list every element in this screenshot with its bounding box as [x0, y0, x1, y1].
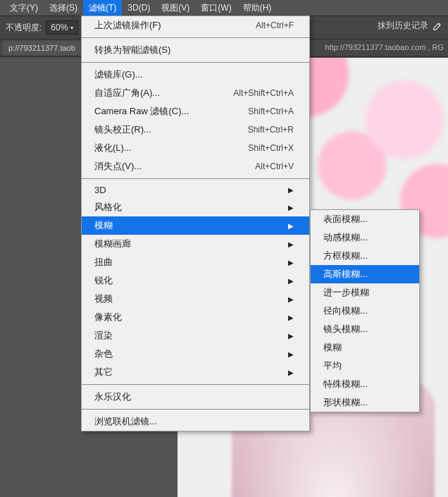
- blur-submenu-item-10[interactable]: 形状模糊...: [311, 393, 419, 412]
- filter-menu-item-11[interactable]: 3D▶: [82, 182, 309, 198]
- menu-item-label: 镜头模糊...: [323, 323, 368, 336]
- separator: [82, 37, 309, 38]
- filter-menu-item-2[interactable]: 转换为智能滤镜(S): [82, 41, 309, 59]
- submenu-arrow-icon: ▶: [288, 295, 294, 303]
- separator: [82, 178, 309, 179]
- shortcut: Shift+Ctrl+R: [248, 125, 294, 135]
- separator: [82, 384, 309, 385]
- menubar-item-0[interactable]: 文字(Y): [4, 0, 44, 16]
- opacity-input[interactable]: 60% ▾: [46, 20, 78, 35]
- filter-menu-item-12[interactable]: 风格化▶: [82, 198, 309, 216]
- menubar-item-2[interactable]: 滤镜(T): [83, 0, 122, 16]
- doc-tab-left[interactable]: p://793211377.taob: [3, 41, 81, 55]
- shortcut: Shift+Ctrl+A: [248, 106, 294, 116]
- submenu-arrow-icon: ▶: [288, 204, 294, 211]
- filter-menu-item-17[interactable]: 视频▶: [82, 290, 309, 308]
- blur-submenu[interactable]: 表面模糊...动感模糊...方框模糊...高斯模糊...进一步模糊径向模糊...…: [310, 209, 420, 412]
- menu-item-label: 液化(L)...: [94, 142, 132, 154]
- shortcut: Alt+Ctrl+F: [256, 20, 294, 30]
- menu-item-label: 3D: [94, 185, 106, 195]
- filter-menu-item-16[interactable]: 锐化▶: [82, 271, 309, 290]
- menu-item-label: 动感模糊...: [323, 231, 368, 244]
- filter-menu-item-0[interactable]: 上次滤镜操作(F)Alt+Ctrl+F: [82, 16, 309, 35]
- separator: [82, 409, 309, 410]
- menu-item-label: 渲染: [94, 329, 113, 342]
- filter-menu-item-4[interactable]: 滤镜库(G)...: [82, 66, 309, 84]
- shortcut: Shift+Ctrl+X: [248, 143, 294, 153]
- menu-item-label: 形状模糊...: [323, 396, 368, 409]
- submenu-arrow-icon: ▶: [288, 332, 294, 340]
- filter-menu-item-14[interactable]: 模糊画廊▶: [82, 235, 309, 253]
- filter-menu-item-7[interactable]: 镜头校正(R)...Shift+Ctrl+R: [82, 121, 309, 139]
- chevron-down-icon[interactable]: ▾: [70, 25, 73, 31]
- menubar-item-3[interactable]: 3D(D): [122, 1, 156, 15]
- menu-item-label: 模糊画廊: [94, 238, 131, 250]
- menubar-item-5[interactable]: 窗口(W): [195, 0, 237, 16]
- submenu-arrow-icon: ▶: [288, 222, 294, 230]
- submenu-arrow-icon: ▶: [288, 350, 294, 358]
- menu-item-label: 转换为智能滤镜(S): [94, 44, 170, 56]
- filter-menu-item-9[interactable]: 消失点(V)...Alt+Ctrl+V: [82, 157, 309, 176]
- menu-item-label: 方框模糊...: [323, 250, 368, 262]
- opacity-label: 不透明度:: [6, 22, 42, 34]
- menu-item-label: 像素化: [94, 311, 122, 324]
- menu-item-label: 永乐汉化: [94, 391, 131, 403]
- menubar: 文字(Y)选择(S)滤镜(T)3D(D)视图(V)窗口(W)帮助(H): [0, 0, 448, 16]
- filter-menu-item-19[interactable]: 渲染▶: [82, 326, 309, 345]
- filter-menu-item-21[interactable]: 其它▶: [82, 363, 309, 381]
- menu-item-label: 风格化: [94, 201, 122, 214]
- shortcut: Alt+Shift+Ctrl+A: [233, 88, 294, 98]
- filter-menu-item-15[interactable]: 扭曲▶: [82, 253, 309, 271]
- menu-item-label: 滤镜库(G)...: [94, 68, 143, 81]
- blur-submenu-item-6[interactable]: 镜头模糊...: [311, 320, 419, 338]
- menu-item-label: 模糊: [94, 219, 113, 232]
- opacity-value-text: 60%: [51, 23, 68, 32]
- filter-menu-item-5[interactable]: 自适应广角(A)...Alt+Shift+Ctrl+A: [82, 84, 309, 102]
- menu-item-label: 浏览联机滤镜...: [94, 415, 157, 428]
- menu-item-label: 锐化: [94, 274, 113, 287]
- menubar-item-6[interactable]: 帮助(H): [237, 0, 278, 16]
- menubar-item-1[interactable]: 选择(S): [44, 0, 83, 16]
- blur-submenu-item-8[interactable]: 平均: [311, 357, 419, 375]
- submenu-arrow-icon: ▶: [288, 277, 294, 285]
- blur-submenu-item-3[interactable]: 高斯模糊...: [311, 265, 419, 283]
- blur-submenu-item-1[interactable]: 动感模糊...: [311, 228, 419, 247]
- menu-item-label: 扭曲: [94, 256, 113, 269]
- blur-submenu-item-9[interactable]: 特殊模糊...: [311, 375, 419, 393]
- edit-icon: [433, 21, 442, 31]
- menu-item-label: 特殊模糊...: [323, 378, 368, 391]
- filter-menu-item-13[interactable]: 模糊▶: [82, 216, 309, 235]
- filter-menu-item-20[interactable]: 杂色▶: [82, 345, 309, 363]
- menu-item-label: 其它: [94, 366, 113, 379]
- menu-item-label: 径向模糊...: [323, 305, 368, 317]
- menu-item-label: 上次滤镜操作(F): [94, 19, 161, 32]
- separator: [82, 62, 309, 63]
- filter-menu-item-6[interactable]: Camera Raw 滤镜(C)...Shift+Ctrl+A: [82, 102, 309, 121]
- blur-submenu-item-5[interactable]: 径向模糊...: [311, 302, 419, 320]
- doc-tab-right[interactable]: http://793211377.taobao.com , RG: [321, 39, 448, 55]
- filter-menu-item-8[interactable]: 液化(L)...Shift+Ctrl+X: [82, 139, 309, 157]
- filter-menu-item-25[interactable]: 浏览联机滤镜...: [82, 412, 309, 431]
- menubar-item-4[interactable]: 视图(V): [156, 0, 195, 16]
- filter-menu-item-18[interactable]: 像素化▶: [82, 308, 309, 326]
- menu-item-label: 自适应广角(A)...: [94, 87, 160, 99]
- blur-submenu-item-0[interactable]: 表面模糊...: [311, 210, 419, 228]
- blur-submenu-item-7[interactable]: 模糊: [311, 338, 419, 357]
- menu-item-label: 进一步模糊: [323, 286, 369, 299]
- menu-item-label: 模糊: [323, 341, 342, 354]
- blur-submenu-item-4[interactable]: 进一步模糊: [311, 283, 419, 302]
- filter-menu[interactable]: 上次滤镜操作(F)Alt+Ctrl+F转换为智能滤镜(S)滤镜库(G)...自适…: [81, 16, 310, 431]
- menu-item-label: 视频: [94, 293, 113, 305]
- menu-item-label: 高斯模糊...: [323, 268, 368, 281]
- blur-submenu-item-2[interactable]: 方框模糊...: [311, 247, 419, 265]
- menu-item-label: 表面模糊...: [323, 213, 368, 226]
- submenu-arrow-icon: ▶: [288, 259, 294, 266]
- filter-menu-item-23[interactable]: 永乐汉化: [82, 388, 309, 406]
- menu-item-label: 镜头校正(R)...: [94, 123, 151, 136]
- submenu-arrow-icon: ▶: [288, 314, 294, 321]
- menu-item-label: 消失点(V)...: [94, 160, 142, 173]
- history-brush-option[interactable]: 抹到历史记录: [378, 20, 442, 32]
- submenu-arrow-icon: ▶: [288, 369, 294, 376]
- menu-item-label: 平均: [323, 360, 342, 372]
- submenu-arrow-icon: ▶: [288, 240, 294, 248]
